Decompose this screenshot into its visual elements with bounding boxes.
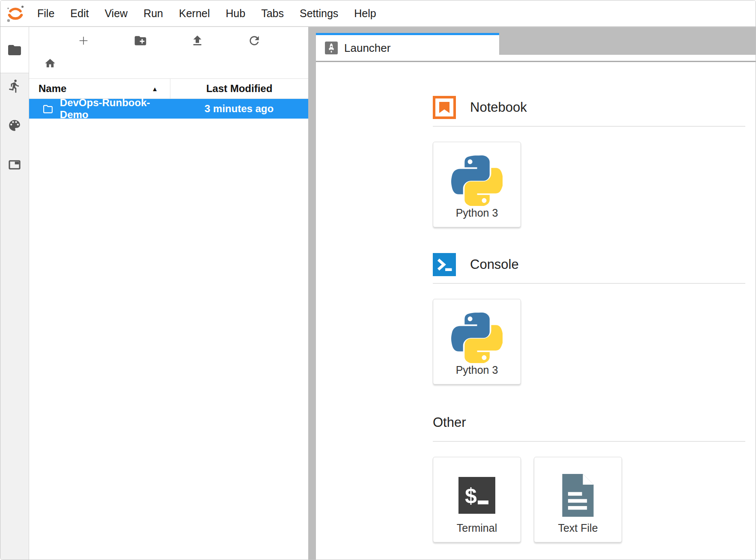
tab-launcher-label: Launcher (344, 42, 390, 55)
launcher-card-terminal[interactable]: $ Terminal (433, 457, 521, 542)
terminal-icon: $ (458, 468, 495, 522)
column-header-last-modified[interactable]: Last Modified (170, 79, 308, 98)
refresh-icon (247, 34, 261, 48)
menu-items: FileEditViewRunKernelHubTabsSettingsHelp (37, 7, 376, 20)
launcher-card-python-3[interactable]: Python 3 (433, 299, 521, 384)
menu-item-tabs[interactable]: Tabs (261, 7, 284, 20)
folder-outline-icon (42, 102, 54, 115)
file-browser-panel: Name ▲ Last Modified DevOps-Runbook-Demo… (29, 27, 308, 560)
sidebar-tab-running[interactable] (0, 73, 29, 99)
breadcrumb (29, 54, 308, 72)
launcher-card-python-3[interactable]: Python 3 (433, 142, 521, 227)
folder-icon (7, 42, 22, 58)
notebook-icon (433, 96, 456, 119)
main-dock-panel: Launcher Notebook Python 3 Console Pytho… (316, 27, 756, 560)
file-list: DevOps-Runbook-Demo3 minutes ago (29, 99, 308, 119)
launcher-cards-other: $ Terminal Text File (433, 457, 745, 542)
card-label: Terminal (457, 522, 497, 534)
file-browser-toolbar (29, 27, 308, 54)
launcher-section-other: Other $ Terminal Text File (433, 411, 745, 542)
launcher-panel: Notebook Python 3 Console Python 3Other … (316, 61, 756, 560)
file-row[interactable]: DevOps-Runbook-Demo3 minutes ago (29, 99, 308, 119)
launcher-rocket-icon (325, 42, 338, 54)
menu-item-file[interactable]: File (37, 7, 54, 20)
home-icon (44, 57, 56, 69)
window-icon (7, 158, 22, 172)
jupyterlab-window: FileEditViewRunKernelHubTabsSettingsHelp… (0, 0, 756, 560)
section-divider (433, 126, 745, 127)
launcher-section-notebook: Notebook Python 3 (433, 96, 745, 227)
new-folder-button[interactable] (131, 32, 149, 50)
card-label: Python 3 (456, 364, 498, 376)
sidebar-tab-tabs[interactable] (0, 152, 29, 178)
launcher-cards-console: Python 3 (433, 299, 745, 384)
launcher-rocket-icon (325, 42, 338, 54)
menu-item-kernel[interactable]: Kernel (179, 7, 210, 20)
sidebar-tab-commands[interactable] (0, 113, 29, 138)
launcher-section-header-notebook: Notebook (433, 96, 745, 119)
new-folder-icon (134, 34, 147, 48)
python-logo (451, 310, 503, 364)
text-file-icon (560, 473, 596, 518)
menu-item-hub[interactable]: Hub (226, 7, 245, 20)
panel-splitter[interactable] (308, 27, 316, 560)
menu-item-edit[interactable]: Edit (70, 7, 89, 20)
sort-caret-up-icon: ▲ (152, 85, 158, 92)
tab-bar: Launcher (316, 27, 756, 61)
new-launcher-button[interactable] (74, 32, 92, 50)
menu-item-settings[interactable]: Settings (300, 7, 338, 20)
console-icon (433, 253, 456, 276)
section-title-console: Console (470, 257, 519, 272)
running-man-icon (7, 79, 22, 93)
notebook-icon (433, 96, 456, 119)
text-file-icon (560, 468, 596, 522)
file-last-modified: 3 minutes ago (170, 103, 308, 115)
menu-item-view[interactable]: View (104, 7, 128, 20)
file-list-header: Name ▲ Last Modified (29, 78, 308, 99)
card-label: Text File (558, 522, 598, 534)
refresh-button[interactable] (245, 32, 263, 50)
upload-button[interactable] (188, 32, 206, 50)
terminal-icon: $ (458, 477, 495, 514)
activity-bar (0, 27, 29, 560)
svg-text:$: $ (465, 484, 477, 508)
section-title-notebook: Notebook (470, 100, 527, 115)
sidebar-tab-files[interactable] (0, 27, 29, 73)
file-name: DevOps-Runbook-Demo (60, 97, 170, 121)
launcher-section-header-other: Other (433, 411, 745, 434)
plus-icon (77, 34, 90, 48)
launcher-card-text-file[interactable]: Text File (534, 457, 622, 542)
jupyter-logo (6, 3, 25, 23)
home-breadcrumb[interactable] (41, 54, 59, 72)
console-icon (433, 253, 456, 276)
section-divider (433, 441, 745, 442)
last-modified-column-label: Last Modified (206, 83, 273, 95)
launcher-section-console: Console Python 3 (433, 253, 745, 384)
menu-item-run[interactable]: Run (143, 7, 163, 20)
file-row-name-cell: DevOps-Runbook-Demo (29, 97, 170, 121)
palette-icon (7, 118, 22, 133)
upload-icon (190, 34, 204, 48)
section-divider (433, 283, 745, 284)
menu-bar: FileEditViewRunKernelHubTabsSettingsHelp (0, 0, 756, 27)
section-title-other: Other (433, 415, 466, 430)
python-logo (451, 155, 503, 206)
sidebar-tabs (0, 73, 29, 178)
tab-launcher[interactable]: Launcher (316, 33, 499, 61)
column-header-name[interactable]: Name ▲ (29, 79, 170, 98)
menu-item-help[interactable]: Help (354, 7, 376, 20)
python-logo (451, 312, 503, 363)
launcher-cards-notebook: Python 3 (433, 142, 745, 227)
name-column-label: Name (39, 83, 66, 95)
launcher-section-header-console: Console (433, 253, 745, 276)
workspace: Name ▲ Last Modified DevOps-Runbook-Demo… (0, 27, 756, 560)
card-label: Python 3 (456, 207, 498, 219)
jupyter-logo-icon (6, 3, 25, 23)
python-logo (451, 153, 503, 207)
